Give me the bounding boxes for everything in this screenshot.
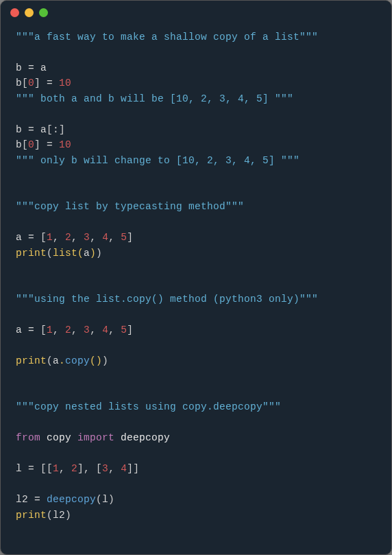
close-icon[interactable] (10, 8, 19, 17)
num-0: 0 (28, 78, 34, 88)
docstring: """ both a and b will be [10, 2, 3, 4, 5… (16, 93, 293, 104)
num: 1 (47, 232, 53, 243)
mod-copy: copy (47, 432, 71, 443)
paren: ( (96, 494, 102, 505)
fn-deepcopy: deepcopy (47, 494, 96, 505)
var-a: a (16, 232, 22, 243)
var-l: l (102, 494, 108, 505)
dot: . (59, 355, 65, 366)
num: 3 (102, 463, 108, 474)
var-b: b (16, 139, 22, 150)
var-a: a (53, 355, 59, 366)
num: 5 (121, 232, 127, 243)
bracket: ], [ (77, 463, 102, 474)
paren: ( (47, 248, 53, 259)
num: 3 (84, 324, 90, 335)
paren: ) (96, 355, 102, 366)
paren: ( (47, 355, 53, 366)
paren: ) (96, 248, 102, 259)
code-editor-window: """a fast way to make a shallow copy of … (0, 0, 392, 555)
op-eq: = (22, 463, 40, 474)
bracket: ] (127, 232, 133, 243)
comma: , (53, 324, 65, 335)
num-10: 10 (59, 78, 71, 88)
maximize-icon[interactable] (39, 8, 48, 17)
var-l: l (16, 463, 22, 474)
num: 2 (71, 463, 77, 474)
op-eq: = (22, 324, 40, 335)
fn-list: list (53, 248, 77, 259)
docstring: """a fast way to make a shallow copy of … (16, 32, 318, 43)
comma: , (90, 232, 102, 243)
comma: , (53, 232, 65, 243)
op-eq: = (22, 124, 40, 135)
paren: ) (90, 248, 96, 259)
kw-from: from (16, 432, 40, 443)
paren: ( (77, 248, 84, 259)
minimize-icon[interactable] (25, 8, 34, 17)
num-10: 10 (59, 139, 71, 150)
bracket: ]] (127, 463, 139, 474)
var-a: a (40, 124, 47, 135)
kw-import: import (77, 432, 114, 443)
bracket-open: [ (22, 139, 28, 150)
op-eq: = (28, 494, 47, 505)
num: 1 (47, 324, 53, 335)
bracket: [[ (40, 463, 53, 474)
paren: ) (65, 510, 71, 521)
op-eq: = (40, 139, 59, 150)
bracket-close: ] (34, 139, 40, 150)
bracket-open: [ (22, 78, 28, 88)
fn-print: print (16, 510, 47, 521)
num: 5 (121, 324, 127, 335)
bracket: [ (40, 324, 47, 335)
comma: , (71, 324, 84, 335)
bracket: ] (127, 324, 133, 335)
op-eq: = (22, 232, 40, 243)
var-a: a (84, 248, 90, 259)
code-area: """a fast way to make a shallow copy of … (1, 24, 391, 536)
paren: ( (47, 510, 53, 521)
var-b: b (16, 78, 22, 88)
var-b: b (16, 124, 22, 135)
var-l2: l2 (53, 510, 65, 521)
num: 2 (65, 232, 71, 243)
num: 4 (102, 232, 108, 243)
num: 2 (65, 324, 71, 335)
fn-print: print (16, 248, 47, 259)
num: 4 (121, 463, 127, 474)
paren: ( (90, 355, 96, 366)
comma: , (108, 232, 121, 243)
num: 4 (102, 324, 108, 335)
docstring: """copy list by typecasting method""" (16, 201, 244, 212)
bracket-close: ] (34, 78, 40, 88)
slice-brackets: [:] (47, 124, 65, 135)
num-0: 0 (28, 139, 34, 150)
bracket: [ (40, 232, 47, 243)
var-a: a (40, 62, 47, 73)
comma: , (108, 324, 121, 335)
comma: , (71, 232, 84, 243)
fn-copy: copy (65, 355, 90, 366)
docstring: """ only b will change to [10, 2, 3, 4, … (16, 155, 299, 166)
fn-print: print (16, 355, 47, 366)
comma: , (59, 463, 71, 474)
docstring: """copy nested lists using copy.deepcopy… (16, 401, 281, 412)
window-title-bar (1, 1, 391, 24)
comma: , (108, 463, 121, 474)
paren: ) (108, 494, 114, 505)
var-l2: l2 (16, 494, 28, 505)
comma: , (90, 324, 102, 335)
op-eq: = (22, 62, 40, 73)
docstring: """using the list.copy() method (python3… (16, 294, 318, 305)
op-eq: = (40, 78, 59, 88)
num: 3 (84, 232, 90, 243)
fn-deepcopy: deepcopy (121, 432, 170, 443)
var-a: a (16, 324, 22, 335)
var-b: b (16, 62, 22, 73)
num: 1 (53, 463, 59, 474)
paren: ) (102, 355, 108, 366)
